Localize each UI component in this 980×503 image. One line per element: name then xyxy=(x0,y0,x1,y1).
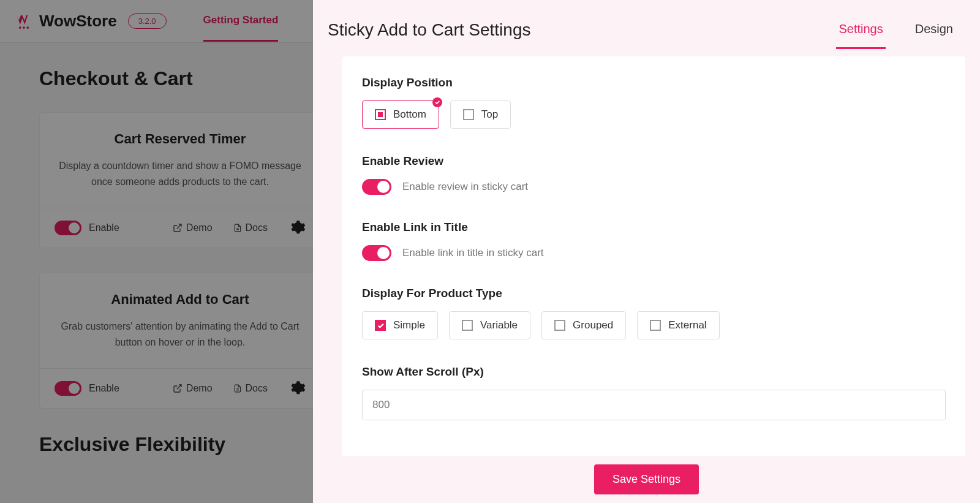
save-button[interactable]: Save Settings xyxy=(594,464,699,494)
checkbox-icon xyxy=(462,320,473,331)
panel-title: Sticky Add to Cart Settings xyxy=(328,20,531,40)
option-bottom[interactable]: Bottom xyxy=(362,100,439,129)
checkbox-icon xyxy=(554,320,565,331)
settings-panel: Sticky Add to Cart Settings Settings Des… xyxy=(313,0,980,503)
setting-enable-review: Enable Review Enable review in sticky ca… xyxy=(362,154,946,195)
setting-display-position: Display Position Bottom Top xyxy=(362,76,946,129)
setting-enable-link-title: Enable Link in Title Enable link in titl… xyxy=(362,221,946,261)
option-variable[interactable]: Variable xyxy=(449,311,530,339)
checkbox-icon xyxy=(375,320,386,331)
checkbox-icon xyxy=(375,109,386,120)
selected-badge-icon xyxy=(432,97,442,107)
setting-scroll: Show After Scroll (Px) xyxy=(362,365,946,420)
tab-settings[interactable]: Settings xyxy=(836,11,885,49)
panel-header: Sticky Add to Cart Settings Settings Des… xyxy=(313,0,980,49)
option-grouped[interactable]: Grouped xyxy=(541,311,626,339)
link-title-toggle[interactable] xyxy=(362,245,391,261)
option-top[interactable]: Top xyxy=(450,100,511,129)
setting-label: Display For Product Type xyxy=(362,287,946,300)
option-label: Bottom xyxy=(393,108,426,121)
panel-body: Display Position Bottom Top Enable Revie… xyxy=(342,56,965,456)
panel-footer: Save Settings xyxy=(313,456,980,503)
checkbox-icon xyxy=(650,320,661,331)
panel-tabs: Settings Design xyxy=(836,11,956,49)
option-simple[interactable]: Simple xyxy=(362,311,438,339)
review-toggle[interactable] xyxy=(362,179,391,195)
setting-label: Enable Review xyxy=(362,154,946,168)
option-label: External xyxy=(668,319,706,331)
toggle-desc: Enable link in title in sticky cart xyxy=(402,247,544,259)
checkbox-icon xyxy=(463,109,474,120)
option-external[interactable]: External xyxy=(637,311,719,339)
tab-design[interactable]: Design xyxy=(913,11,956,49)
setting-product-type: Display For Product Type Simple Variable… xyxy=(362,287,946,339)
option-label: Simple xyxy=(393,319,425,331)
option-label: Grouped xyxy=(573,319,613,331)
setting-label: Display Position xyxy=(362,76,946,89)
option-label: Top xyxy=(481,108,498,121)
option-label: Variable xyxy=(480,319,518,331)
setting-label: Show After Scroll (Px) xyxy=(362,365,946,379)
scroll-input[interactable] xyxy=(362,390,946,420)
setting-label: Enable Link in Title xyxy=(362,221,946,234)
toggle-desc: Enable review in sticky cart xyxy=(402,181,528,193)
